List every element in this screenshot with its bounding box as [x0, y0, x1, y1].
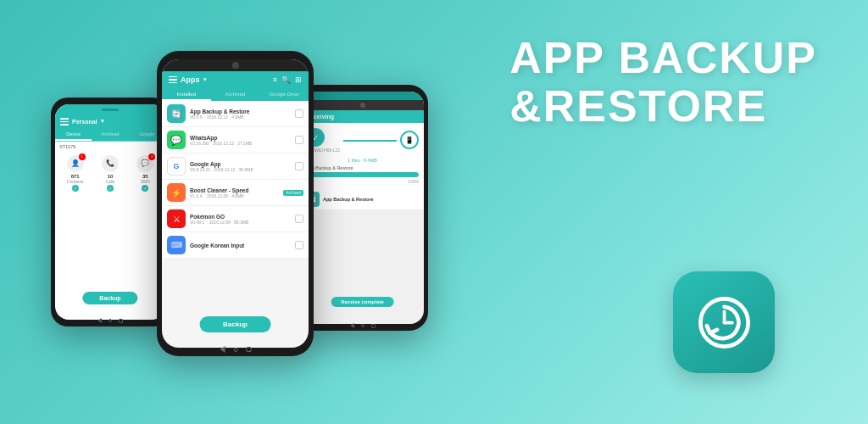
- calls-icon: 📞: [102, 155, 119, 172]
- right-camera: [360, 103, 365, 108]
- list-item: ⌨ Google Korean Input: [162, 232, 309, 259]
- right-home-button[interactable]: [361, 324, 364, 327]
- right-status-bar: [301, 92, 424, 100]
- left-backup-button[interactable]: Backup: [82, 292, 137, 304]
- phones-container: Personal ▾ Device Archived Google XT1079…: [25, 0, 449, 424]
- boost-icon: ⚡: [167, 183, 186, 202]
- left-tab-archived[interactable]: Archived: [92, 129, 128, 141]
- center-tab-gdrive[interactable]: Google Drive: [259, 88, 309, 101]
- stat-sms: 💬 2 35 SMS ✓: [136, 155, 153, 192]
- search-icon[interactable]: 🔍: [281, 75, 291, 84]
- center-tab-installed[interactable]: Installed: [162, 88, 211, 101]
- right-app-item: 🔄 App Backup & Restore: [301, 189, 424, 210]
- center-home-button[interactable]: [233, 348, 237, 352]
- left-tab-device[interactable]: Device: [55, 129, 92, 141]
- center-home-bar: [220, 346, 251, 353]
- left-back-button[interactable]: [97, 318, 102, 323]
- filter-icon[interactable]: ≡: [273, 75, 277, 84]
- left-phone-header-title: Personal: [72, 119, 97, 125]
- left-chevron-icon: ▾: [101, 118, 104, 125]
- contacts-check: ✓: [72, 185, 79, 192]
- progress-percent: 100%: [306, 179, 419, 184]
- center-recent-button[interactable]: [246, 347, 251, 352]
- calls-check: ✓: [107, 185, 114, 192]
- phone-left: Personal ▾ Device Archived Google XT1079…: [51, 98, 170, 326]
- center-camera: [232, 62, 239, 69]
- title-area: APP BACKUP &RESTORE: [509, 34, 817, 131]
- phone-center: Apps ▾ ≡ 🔍 ⊞ Installed Archived Google D…: [157, 51, 314, 356]
- transfer-line: [343, 140, 397, 142]
- center-hamburger-icon[interactable]: [169, 76, 177, 84]
- center-backup-button[interactable]: Backup: [199, 316, 271, 332]
- progress-app-name: App Backup & Restore: [306, 165, 419, 170]
- item-checkbox[interactable]: [295, 109, 303, 118]
- pokemon-icon: ⚔: [167, 209, 186, 228]
- target-device-icon: 📱: [400, 131, 419, 149]
- progress-files-info: 1 files · 6.4MB: [306, 158, 419, 163]
- grid-icon[interactable]: ⊞: [295, 75, 302, 84]
- transfer-area: ✓ HUAWEI H60-L21 📱 1 files · 6.4MB App B…: [301, 123, 424, 189]
- list-item: 💬 WhatsApp V2.16.392 2016.12.12 · 27.1MB: [162, 127, 309, 153]
- item-checkbox[interactable]: [295, 215, 303, 223]
- right-back-button[interactable]: [350, 323, 354, 328]
- archived-badge: Archived: [283, 190, 303, 196]
- center-app-list: 🔄 App Backup & Restore V6.0.0 2016.12.12…: [162, 101, 309, 259]
- contacts-icon: 👤 1: [67, 155, 84, 172]
- list-item: G Google App V6.8.23.21 2016.12.12 · 39.…: [162, 153, 309, 180]
- stat-contacts: 👤 1 871 Contacts ✓: [67, 155, 84, 192]
- app-icon: [673, 271, 775, 373]
- right-header: Receiving: [301, 110, 424, 123]
- phone-right: Receiving ✓ HUAWEI H60-L21 📱 1 fil: [297, 85, 428, 331]
- title-line1: APP BACKUP: [509, 34, 817, 82]
- stat-calls: 📞 10 Calls ✓: [102, 155, 119, 192]
- sms-icon: 💬 2: [136, 155, 153, 172]
- left-home-bar: [97, 318, 123, 323]
- left-recent-button[interactable]: [119, 319, 123, 323]
- center-chevron-icon: ▾: [203, 76, 207, 83]
- list-item: ⚔ Pokémon GO V0.49.1 2016.12.09 · 88.3MB: [162, 206, 309, 232]
- right-top-bar: [301, 100, 424, 110]
- center-back-button[interactable]: [220, 346, 225, 353]
- list-item: 🔄 App Backup & Restore V6.0.0 2016.12.12…: [162, 101, 309, 127]
- list-item: ⚡ Boost Cleaner - Speed V1.0.4 2016.12.0…: [162, 180, 309, 206]
- left-device-id: XT1079: [55, 142, 165, 152]
- sms-check: ✓: [142, 185, 148, 192]
- whatsapp-icon: 💬: [167, 131, 186, 149]
- center-app-header: Apps ▾ ≡ 🔍 ⊞: [162, 71, 309, 88]
- right-app-name: App Backup & Restore: [323, 197, 420, 202]
- center-tab-archived[interactable]: Archived: [211, 88, 260, 101]
- item-checkbox[interactable]: [295, 241, 303, 249]
- title-line2: &RESTORE: [509, 82, 817, 131]
- google-icon: G: [167, 157, 186, 176]
- center-header-title: Apps: [181, 75, 200, 84]
- center-tabs: Installed Archived Google Drive: [162, 88, 309, 101]
- progress-bar: [306, 172, 419, 177]
- korean-icon: ⌨: [167, 236, 186, 254]
- item-checkbox[interactable]: [295, 136, 303, 144]
- progress-bar-fill: [306, 172, 419, 177]
- left-hamburger-icon[interactable]: [60, 118, 69, 126]
- item-checkbox[interactable]: [295, 162, 303, 170]
- left-home-button[interactable]: [108, 319, 112, 322]
- right-recent-button[interactable]: [371, 324, 376, 328]
- app-backup-icon: 🔄: [167, 104, 186, 123]
- right-home-bar: [350, 323, 376, 328]
- receive-complete-button[interactable]: Receive complete: [331, 297, 394, 307]
